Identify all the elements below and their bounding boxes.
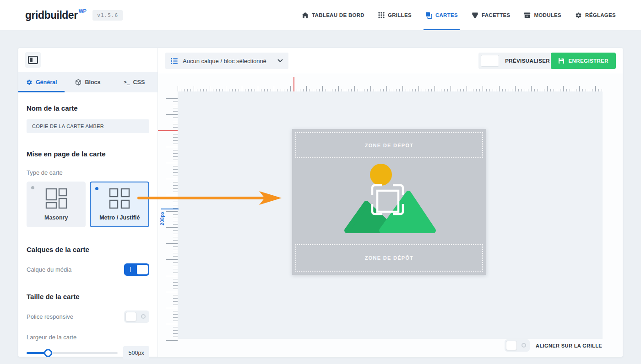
media-layer-row: Calque du média: [27, 263, 149, 276]
ruler-tick: [284, 89, 284, 91]
ruler-tick: [194, 86, 194, 91]
ruler-tick: [261, 89, 261, 91]
snap-to-grid-toggle[interactable]: [505, 339, 530, 352]
media-placeholder-illustration[interactable]: [339, 161, 440, 239]
ruler-tick: [406, 89, 406, 91]
responsive-font-toggle[interactable]: [124, 310, 149, 323]
nav-item-modules[interactable]: MODULES: [524, 0, 561, 30]
ruler-tick: [173, 279, 178, 279]
design-canvas[interactable]: 208px ZONE DE DÉPÔT ZONE DE DÉPÔT: [158, 73, 623, 356]
nav-item-cartes[interactable]: CARTES: [425, 0, 458, 30]
responsive-font-row: Police responsive: [27, 310, 149, 323]
card-name-input[interactable]: [27, 119, 149, 133]
ruler-tick: [173, 124, 178, 124]
slider-knob[interactable]: [44, 349, 52, 357]
ruler-marker-line: [161, 209, 179, 209]
collapse-sidebar-button[interactable]: [25, 52, 41, 68]
ruler-tick: [454, 89, 454, 91]
ruler-tick: [354, 86, 355, 91]
card-layers-heading: Calques de la carte: [27, 246, 149, 253]
ruler-tick: [554, 89, 554, 91]
ruler-tick: [310, 89, 310, 91]
layer-select-dropdown[interactable]: Aucun calque / bloc sélectionné: [165, 53, 288, 69]
nav-label: TABLEAU DE BORD: [312, 12, 364, 18]
facet-icon: [472, 12, 478, 19]
ruler-tick: [258, 86, 258, 91]
ruler-tick: [345, 89, 345, 91]
ruler-tick: [418, 86, 419, 91]
card-width-value[interactable]: 500px: [123, 346, 149, 359]
ruler-tick: [173, 224, 178, 225]
ruler-tick: [173, 102, 178, 102]
ruler-tick: [297, 89, 297, 91]
radio-dot-icon: [31, 186, 34, 189]
ruler-tick: [428, 89, 429, 91]
ruler-tick: [173, 127, 178, 128]
nav-item-reglages[interactable]: RÉGLAGES: [575, 0, 616, 30]
panel-toggle-icon: [28, 56, 38, 64]
tab-general[interactable]: Général: [18, 72, 65, 92]
logo-text: gridbuilderWP: [25, 9, 86, 21]
ruler-tick: [173, 311, 178, 311]
card-preview[interactable]: ZONE DE DÉPÔT ZONE DE DÉPÔT: [292, 129, 486, 275]
ruler-tick: [173, 140, 178, 141]
ruler-tick: [409, 89, 409, 91]
ruler-tick: [166, 292, 178, 292]
ruler-tick: [422, 89, 422, 91]
ruler-tick: [281, 89, 281, 91]
card-type-option-metro[interactable]: Metro / Justifié: [90, 182, 149, 227]
ruler-tick: [467, 86, 467, 91]
ruler-tick: [463, 89, 464, 91]
dropzone-top[interactable]: ZONE DE DÉPÔT: [295, 132, 483, 158]
ruler-tick: [319, 89, 320, 91]
ruler-tick: [267, 89, 268, 91]
ruler-tick: [338, 86, 339, 91]
ruler-tick: [383, 89, 384, 91]
ruler-left[interactable]: [166, 98, 178, 341]
ruler-tick: [166, 227, 178, 228]
ruler-tick: [576, 89, 576, 91]
ruler-tick: [563, 86, 564, 91]
work-area: Aucun calque / bloc sélectionné PRÉVISUA…: [158, 48, 623, 357]
ruler-tick: [367, 89, 368, 91]
nav-item-facettes[interactable]: FACETTES: [472, 0, 510, 30]
ruler-tick: [173, 121, 178, 121]
ruler-tick: [173, 266, 178, 266]
ruler-tick: [173, 237, 178, 237]
ruler-tick: [173, 137, 178, 138]
card-type-option-masonry[interactable]: Masonry: [27, 182, 86, 227]
toggle-off-icon: [521, 343, 526, 348]
ruler-tick: [166, 114, 178, 115]
ruler-tick: [173, 289, 178, 289]
ruler-tick: [534, 89, 535, 91]
ruler-tick: [173, 192, 178, 192]
ruler-tick: [483, 86, 483, 91]
ruler-tick: [547, 86, 548, 91]
tab-label: Général: [36, 79, 57, 86]
ruler-tick: [173, 282, 178, 283]
save-button[interactable]: ENREGISTRER: [551, 53, 616, 69]
ruler-tick: [460, 89, 461, 91]
nav-item-tableau-de-bord[interactable]: TABLEAU DE BORD: [302, 0, 364, 30]
ruler-tick: [287, 89, 288, 91]
nav-item-grilles[interactable]: GRILLES: [378, 0, 412, 30]
ruler-tick: [586, 89, 586, 91]
preview-toggle[interactable]: PRÉVISUALISER: [478, 53, 556, 69]
ruler-tick: [570, 89, 570, 91]
tab-css[interactable]: >_ CSS: [111, 72, 158, 92]
ruler-top[interactable]: [178, 85, 603, 91]
tab-blocs[interactable]: Blocs: [65, 72, 111, 92]
ruler-tick: [173, 327, 178, 327]
ruler-tick: [173, 253, 178, 253]
card-width-slider[interactable]: [27, 349, 118, 357]
card-type-label: Type de carte: [27, 169, 149, 176]
editor-panel: Général Blocs >_ CSS Nom de la carte Mis…: [18, 48, 623, 357]
ruler-tick: [431, 89, 432, 91]
ruler-tick: [173, 256, 178, 257]
ruler-tick: [173, 182, 178, 182]
media-layer-toggle[interactable]: [124, 263, 149, 276]
guide-line-vertical: [293, 77, 294, 91]
ruler-tick: [595, 86, 596, 91]
dropzone-bottom[interactable]: ZONE DE DÉPÔT: [295, 244, 483, 272]
ruler-tick: [316, 89, 316, 91]
